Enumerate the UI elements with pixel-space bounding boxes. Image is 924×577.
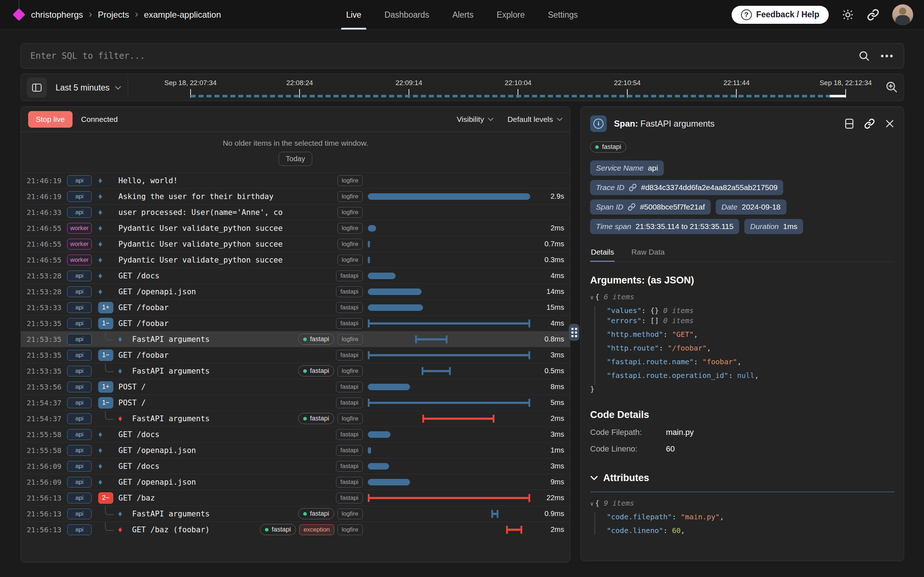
user-avatar[interactable] xyxy=(892,4,913,25)
expand-toggle-badge[interactable]: 1+ xyxy=(98,381,113,393)
error-diamond-icon: ♦ xyxy=(118,414,122,423)
today-button[interactable]: Today xyxy=(279,152,312,166)
copy-link-icon[interactable] xyxy=(864,118,875,129)
span-message: FastAPI arguments xyxy=(132,414,294,423)
trace-row[interactable]: 21:53:35api1−GET /foobarfastapi4ms xyxy=(21,315,570,331)
arguments-json-line: "http.route": "/foobar", xyxy=(594,344,894,357)
duration-bar-track xyxy=(368,318,530,329)
trace-row[interactable]: 21:46:55worker♦Pydantic User validate_py… xyxy=(21,252,570,268)
trace-row[interactable]: 21:56:13api2−GET /bazfastapi22ms xyxy=(21,490,570,506)
json-expander[interactable]: ∨ xyxy=(590,500,594,507)
trace-row[interactable]: 21:55:58api♦GET /docsfastapi3ms xyxy=(21,426,570,442)
row-chips: fastapilogfire xyxy=(298,365,363,377)
expand-toggle-badge[interactable]: 2− xyxy=(98,492,113,504)
duration-bar xyxy=(368,225,376,232)
trace-row[interactable]: 21:54:37api♦FastAPI argumentsfastapilogf… xyxy=(21,410,570,426)
nav-tab-explore[interactable]: Explore xyxy=(497,0,525,29)
duration-bar-track xyxy=(368,398,530,408)
span-message: GET /baz xyxy=(118,494,333,502)
expand-toggle-badge[interactable]: 1− xyxy=(98,397,113,409)
trace-row[interactable]: 21:56:13api♦FastAPI argumentsfastapilogf… xyxy=(21,506,570,521)
trace-row[interactable]: 21:53:35api♦FastAPI argumentsfastapilogf… xyxy=(21,363,570,379)
row-duration: 5ms xyxy=(535,398,564,407)
nav-tab-alerts[interactable]: Alerts xyxy=(452,0,473,29)
trace-row[interactable]: 21:53:35api♦FastAPI argumentsfastapilogf… xyxy=(21,331,570,347)
nav-tab-live[interactable]: Live xyxy=(346,0,361,29)
trace-row[interactable]: 21:53:28api♦GET /docsfastapi4ms xyxy=(21,268,570,284)
json-token-p: : xyxy=(729,371,737,380)
trace-row[interactable]: 21:53:56api1+POST /fastapi8ms xyxy=(21,379,570,395)
attributes-heading[interactable]: Attributes xyxy=(590,472,894,484)
meta-tag-trace-id[interactable]: Trace ID#d834c3374dd6fa2e4aa82a55ab21750… xyxy=(590,180,783,195)
nav-tab-dashboards[interactable]: Dashboards xyxy=(384,0,429,29)
logfire-logo[interactable] xyxy=(11,0,27,29)
sql-filter-input[interactable] xyxy=(30,51,858,61)
meta-tag-span-id[interactable]: Span ID#5008bce5f7fe21af xyxy=(590,200,711,214)
span-message: Pydantic User validate_python succee xyxy=(118,224,334,233)
json-token-key: "code.filepath" xyxy=(607,513,672,521)
info-icon: i xyxy=(590,115,607,132)
link-icon xyxy=(629,184,637,192)
span-diamond-icon: ♦ xyxy=(98,256,102,264)
trace-row[interactable]: 21:53:35api1−GET /foobarfastapi3ms xyxy=(21,347,570,363)
breadcrumb-org[interactable]: christophergs xyxy=(31,10,83,20)
trace-row[interactable]: 21:54:37api1−POST /fastapi5ms xyxy=(21,395,570,410)
expand-toggle-badge[interactable]: 1− xyxy=(98,318,113,329)
trace-row[interactable]: 21:56:09api♦GET /docsfastapi3ms xyxy=(21,458,570,474)
timeline-zoom-button[interactable] xyxy=(885,81,898,93)
code-detail-row: Code Filepath:main.py xyxy=(590,428,894,437)
default-levels-dropdown[interactable]: Default levels xyxy=(507,115,563,124)
trace-row[interactable]: 21:46:55worker♦Pydantic User validate_py… xyxy=(21,236,570,252)
panel-resize-handle[interactable] xyxy=(569,324,579,341)
dock-panel-icon[interactable] xyxy=(845,118,854,129)
attributes-json-line: "code.lineno": 60, xyxy=(594,526,894,535)
trace-row[interactable]: 21:55:58api♦GET /openapi.jsonfastapi1ms xyxy=(21,442,570,458)
duration-bar-track xyxy=(368,255,530,265)
breadcrumb-projects[interactable]: Projects xyxy=(98,10,129,20)
trace-row[interactable]: 21:46:33api♦user processed: User(name='A… xyxy=(21,204,570,220)
trace-row[interactable]: 21:56:09api♦GET /openapi.jsonfastapi9ms xyxy=(21,474,570,490)
row-timestamp: 21:46:19 xyxy=(27,176,67,185)
row-marker: 1+ xyxy=(98,302,115,313)
span-message: user processed: User(name='Anne', co xyxy=(118,208,334,217)
expand-toggle-badge[interactable]: 1− xyxy=(98,350,113,361)
code-detail-value: main.py xyxy=(666,428,694,437)
row-timestamp: 21:46:19 xyxy=(27,192,67,201)
trace-row[interactable]: 21:46:19api♦Asking the user for their bi… xyxy=(21,188,570,204)
visibility-dropdown[interactable]: Visibility xyxy=(457,115,493,124)
trace-row[interactable]: 21:53:33api1+GET /foobarfastapi15ms xyxy=(21,299,570,315)
detail-tab-details[interactable]: Details xyxy=(590,245,615,261)
json-expander[interactable]: ∨ xyxy=(590,294,594,301)
tree-connector xyxy=(105,411,114,420)
trace-row[interactable]: 21:53:28api♦GET /openapi.jsonfastapi14ms xyxy=(21,284,570,299)
row-duration: 3ms xyxy=(535,430,564,438)
theme-toggle-button[interactable] xyxy=(842,9,854,21)
meta-label: Date xyxy=(722,203,737,211)
duration-bar-track xyxy=(368,303,530,313)
duration-bar-track xyxy=(368,239,530,249)
close-icon[interactable] xyxy=(885,119,894,128)
trace-row[interactable]: 21:56:13api♦GET /baz (foobar)fastapiexce… xyxy=(21,521,570,537)
span-message: FastAPI arguments xyxy=(132,367,294,376)
row-marker: 1− xyxy=(98,397,115,409)
attributes-divider xyxy=(590,492,894,492)
expand-toggle-badge[interactable]: 1+ xyxy=(98,302,113,313)
detail-tab-raw-data[interactable]: Raw Data xyxy=(630,245,665,261)
search-icon[interactable] xyxy=(858,50,870,62)
timeline-bar: Last 5 minutes Sep 18, 22:07:3422:08:242… xyxy=(21,74,904,101)
feedback-help-button[interactable]: ? Feedback / Help xyxy=(732,6,829,24)
green-dot-icon xyxy=(303,338,307,341)
more-options-icon[interactable]: ••• xyxy=(881,51,894,61)
row-timestamp: 21:55:58 xyxy=(27,446,67,455)
share-link-button[interactable] xyxy=(867,9,879,21)
span-meta: Service NameapiTrace ID#d834c3374dd6fa2e… xyxy=(590,161,894,234)
json-token-p: : {} xyxy=(641,306,663,315)
trace-row[interactable]: 21:46:55worker♦Pydantic User validate_py… xyxy=(21,220,570,236)
env-chip-api: api xyxy=(67,207,92,218)
breadcrumb-project[interactable]: example-application xyxy=(144,10,221,20)
scope-chip-logfire: logfire xyxy=(338,255,363,266)
stop-live-button[interactable]: Stop live xyxy=(28,111,73,128)
nav-tab-settings[interactable]: Settings xyxy=(548,0,578,29)
trace-row[interactable]: 21:46:19api♦Hello, world!logfire xyxy=(21,172,570,188)
env-chip-worker: worker xyxy=(67,239,92,250)
